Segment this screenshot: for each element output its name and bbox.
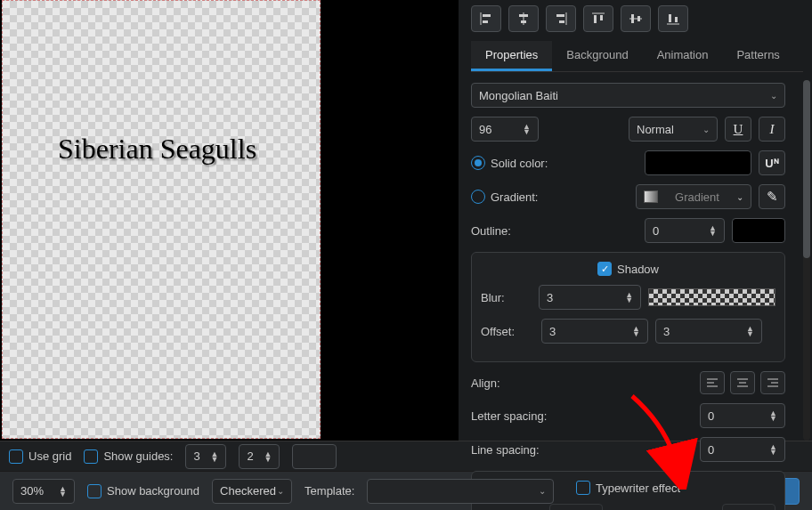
- layout-align-toolbar: [471, 5, 803, 32]
- checkbox-on-icon: [597, 262, 612, 276]
- zoom-spinner[interactable]: 30% ▲▼: [12, 479, 75, 504]
- line-spacing-label: Line spacing:: [471, 443, 560, 457]
- gradient-label: Gradient:: [491, 190, 538, 204]
- tab-background[interactable]: Background: [552, 41, 642, 71]
- line-spacing-spinner[interactable]: 0 ▲▼: [700, 437, 785, 462]
- edit-gradient-button[interactable]: ✎: [759, 184, 785, 209]
- svg-rect-11: [600, 15, 603, 20]
- show-background-checkbox[interactable]: Show background: [87, 484, 199, 498]
- font-family-value: Mongolian Baiti: [479, 89, 558, 102]
- letter-spacing-value: 0: [708, 409, 714, 423]
- solid-color-swatch[interactable]: [645, 150, 751, 175]
- tab-patterns[interactable]: Patterns: [722, 41, 793, 71]
- solid-color-radio[interactable]: Solid color:: [471, 156, 548, 170]
- gradient-select[interactable]: Gradient ⌄: [636, 184, 751, 209]
- align-bottom-edges-icon[interactable]: [658, 5, 688, 32]
- checkbox-off-icon: [9, 449, 23, 464]
- use-grid-checkbox[interactable]: Use grid: [9, 449, 71, 464]
- chevron-down-icon: ⌄: [277, 486, 284, 496]
- align-top-edges-icon[interactable]: [583, 5, 613, 32]
- chevron-down-icon: ⌄: [736, 192, 743, 202]
- panel-scrollbar[interactable]: [803, 80, 810, 441]
- offset-label: Offset:: [481, 325, 534, 338]
- use-grid-label: Use grid: [28, 449, 71, 463]
- text-align-left-button[interactable]: [700, 371, 725, 394]
- variation-spinner: 0 ▲▼: [722, 504, 775, 510]
- guides-cols-value: 3: [193, 449, 199, 463]
- scrollbar-thumb[interactable]: [803, 80, 810, 258]
- title-text[interactable]: Siberian Seagulls: [58, 133, 256, 166]
- font-size-spinner[interactable]: 96 ▲▼: [471, 117, 539, 142]
- checkbox-off-icon: [87, 484, 102, 498]
- blur-label: Blur:: [481, 291, 532, 304]
- outline-color-swatch[interactable]: [732, 218, 785, 243]
- radio-off-icon: [471, 190, 485, 204]
- template-select[interactable]: ⌄: [367, 479, 554, 504]
- background-mode-select[interactable]: Checkered ⌄: [212, 479, 292, 504]
- shadow-label: Shadow: [617, 263, 659, 276]
- guides-rows-value: 2: [247, 449, 253, 463]
- shadow-checkbox[interactable]: Shadow: [597, 262, 659, 276]
- guides-cols-spinner[interactable]: 3 ▲▼: [185, 444, 226, 469]
- offset-x-spinner[interactable]: 3 ▲▼: [541, 319, 648, 344]
- typewriter-label: Typewriter effect: [596, 482, 680, 495]
- guides-rows-spinner[interactable]: 2 ▲▼: [239, 444, 280, 469]
- letter-spacing-label: Letter spacing:: [471, 409, 560, 423]
- shadow-group: Shadow Blur: 3 ▲▼ Offset: 3 ▲▼: [471, 252, 785, 362]
- offset-y-value: 3: [663, 325, 670, 338]
- blur-value: 3: [547, 291, 553, 304]
- tab-animation[interactable]: Animation: [643, 41, 723, 71]
- show-background-label: Show background: [107, 484, 199, 498]
- svg-rect-7: [556, 14, 564, 17]
- typewriter-checkbox[interactable]: Typewriter effect: [576, 481, 680, 495]
- frame-step-spinner: 2 ▲▼: [549, 504, 603, 510]
- outline-label: Outline:: [471, 224, 560, 238]
- property-tabs: Properties Background Animation Patterns: [471, 41, 803, 72]
- gradient-placeholder: Gradient: [675, 190, 719, 204]
- line-spacing-value: 0: [708, 443, 714, 457]
- gradient-swatch-icon: [644, 190, 658, 203]
- svg-rect-4: [519, 14, 528, 17]
- tab-properties[interactable]: Properties: [471, 41, 552, 71]
- svg-rect-1: [483, 14, 491, 17]
- show-guides-checkbox[interactable]: Show guides:: [84, 449, 173, 464]
- italic-button[interactable]: I: [759, 117, 785, 142]
- svg-rect-13: [631, 14, 634, 23]
- align-label: Align:: [471, 376, 560, 390]
- chevron-down-icon: ⌄: [539, 486, 546, 496]
- text-align-right-button[interactable]: [760, 371, 785, 394]
- checkbox-off-icon: [576, 481, 590, 495]
- outline-width-spinner[interactable]: 0 ▲▼: [645, 218, 725, 243]
- show-guides-label: Show guides:: [103, 449, 173, 463]
- chevron-down-icon: ⌄: [770, 91, 777, 101]
- text-align-center-button[interactable]: [730, 371, 755, 394]
- background-mode-value: Checkered: [220, 484, 276, 498]
- font-size-value: 96: [479, 123, 491, 136]
- letter-spacing-spinner[interactable]: 0 ▲▼: [700, 403, 785, 428]
- title-canvas[interactable]: Siberian Seagulls: [2, 0, 321, 439]
- align-left-edges-icon[interactable]: [471, 5, 501, 32]
- underline-button[interactable]: U: [725, 117, 751, 142]
- font-family-select[interactable]: Mongolian Baiti ⌄: [471, 83, 785, 108]
- chevron-down-icon: ⌄: [702, 125, 710, 134]
- properties-panel: Properties Background Animation Patterns…: [459, 0, 812, 441]
- offset-y-spinner[interactable]: 3 ▲▼: [655, 319, 762, 344]
- align-horizontal-centers-icon[interactable]: [508, 5, 539, 32]
- radio-on-icon: [471, 156, 485, 170]
- guides-text-input[interactable]: [292, 444, 337, 469]
- zoom-value: 30%: [20, 484, 44, 498]
- align-right-edges-icon[interactable]: [546, 5, 576, 32]
- unicolor-button[interactable]: Uᴺ: [759, 150, 785, 175]
- offset-x-value: 3: [549, 325, 556, 338]
- gradient-radio[interactable]: Gradient:: [471, 190, 538, 204]
- font-weight-select[interactable]: Normal ⌄: [629, 117, 718, 142]
- checkbox-off-icon: [84, 449, 98, 464]
- svg-rect-8: [559, 20, 564, 23]
- svg-rect-2: [483, 20, 488, 23]
- blur-spinner[interactable]: 3 ▲▼: [539, 285, 641, 310]
- shadow-color-swatch[interactable]: [648, 288, 775, 306]
- svg-rect-16: [669, 14, 671, 22]
- svg-rect-14: [637, 16, 640, 21]
- align-vertical-centers-icon[interactable]: [621, 5, 651, 32]
- svg-rect-5: [521, 20, 526, 23]
